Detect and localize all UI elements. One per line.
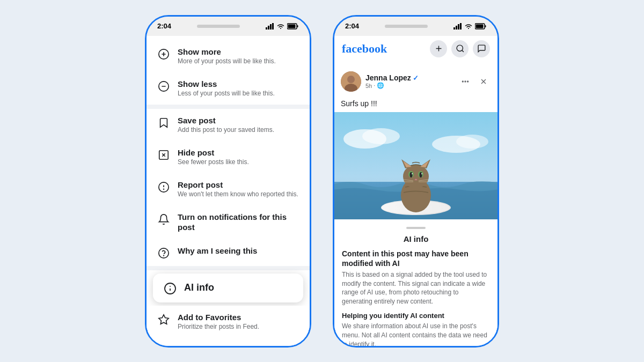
x-square-icon <box>157 149 170 161</box>
svg-rect-34 <box>453 27 455 29</box>
menu-list: Show more More of your posts will be lik… <box>147 36 310 346</box>
svg-rect-1 <box>268 26 269 29</box>
menu-section-2: Save post Add this post to your saved it… <box>147 109 310 270</box>
menu-item-add-favorites[interactable]: Add to Favorites Prioritize their posts … <box>147 306 310 338</box>
menu-section-1: Show more More of your posts will be lik… <box>147 40 310 109</box>
menu-item-show-more[interactable]: Show more More of your posts will be lik… <box>147 40 310 72</box>
plus-button[interactable] <box>430 40 447 57</box>
wifi-icon <box>276 23 285 29</box>
save-post-text: Save post Add this post to your saved it… <box>178 115 299 135</box>
show-less-subtitle: Less of your posts will be like this. <box>178 90 299 98</box>
status-bar-left: 2:04 <box>147 17 310 36</box>
menu-item-report-post[interactable]: Report post We won't let them know who r… <box>147 173 310 205</box>
notch-right <box>385 25 428 28</box>
alert-circle-icon <box>157 181 170 194</box>
menu-item-notifications[interactable]: Turn on notifications for this post <box>147 205 310 239</box>
fb-content: facebook <box>334 36 497 346</box>
post-image <box>334 112 497 219</box>
hide-post-subtitle: See fewer posts like this. <box>178 158 299 167</box>
ai-info-title: AI info <box>184 282 292 294</box>
svg-rect-36 <box>458 24 459 29</box>
svg-point-72 <box>421 173 422 174</box>
svg-point-70 <box>420 172 422 178</box>
svg-point-62 <box>403 165 429 188</box>
notch <box>197 25 240 28</box>
close-button[interactable] <box>476 74 491 89</box>
time-left: 2:04 <box>157 22 171 30</box>
bookmark-icon <box>157 116 170 129</box>
messenger-button[interactable] <box>473 40 490 57</box>
more-options-button[interactable] <box>458 74 473 89</box>
post-actions <box>458 74 491 89</box>
notifications-text: Turn on notifications for this post <box>178 212 299 233</box>
battery-icon-right <box>475 23 487 29</box>
report-post-subtitle: We won't let them know who reported this… <box>178 190 299 199</box>
post-header: Jenna Lopez ✓ 5h · 🌐 <box>334 66 497 97</box>
why-seeing-title: Why am I seeing this <box>178 246 299 256</box>
bell-icon <box>157 213 170 226</box>
plus-circle-icon <box>157 48 170 61</box>
svg-rect-2 <box>270 24 272 29</box>
right-phone: 2:04 facebook <box>333 15 499 348</box>
avatar <box>341 71 361 92</box>
verified-badge: ✓ <box>413 74 419 82</box>
search-button[interactable] <box>451 40 469 57</box>
battery-icon <box>287 23 299 29</box>
svg-point-17 <box>164 189 164 189</box>
menu-item-hide-post[interactable]: Hide post See fewer posts like this. <box>147 141 310 173</box>
svg-point-18 <box>159 248 169 258</box>
svg-rect-39 <box>485 25 486 27</box>
svg-point-43 <box>457 45 463 51</box>
snooze-title: Snooze for 30 days <box>178 344 299 345</box>
show-more-subtitle: More of your posts will be like this. <box>178 57 299 66</box>
post-text: Surfs up !!! <box>334 97 497 112</box>
post-user-info: Jenna Lopez ✓ 5h · 🌐 <box>365 73 453 89</box>
menu-item-save-post[interactable]: Save post Add this post to your saved it… <box>147 109 310 141</box>
show-more-title: Show more <box>178 47 299 57</box>
svg-rect-40 <box>476 24 484 28</box>
fb-header: facebook <box>334 36 497 62</box>
svg-rect-37 <box>460 23 462 29</box>
ai-content-title: Content in this post may have been modif… <box>342 249 490 268</box>
notifications-title: Turn on notifications for this post <box>178 212 299 233</box>
add-favorites-title: Add to Favorites <box>178 312 299 323</box>
menu-content: Show more More of your posts will be lik… <box>147 36 310 346</box>
fb-header-icons <box>430 40 490 57</box>
ai-info-panel: AI info Content in this post may have be… <box>334 219 497 346</box>
help-circle-icon <box>157 247 170 260</box>
show-less-title: Show less <box>178 79 299 90</box>
snooze-text: Snooze for 30 days Temporarily stop seei… <box>178 344 299 345</box>
post-meta: 5h · 🌐 <box>365 82 453 89</box>
wifi-icon-right <box>464 23 473 29</box>
show-less-text: Show less Less of your posts will be lik… <box>178 79 299 98</box>
ai-info-item[interactable]: AI info <box>153 274 303 302</box>
report-post-text: Report post We won't let them know who r… <box>178 180 299 199</box>
svg-rect-5 <box>297 25 298 27</box>
svg-point-71 <box>412 173 413 174</box>
menu-item-why-seeing[interactable]: Why am I seeing this <box>147 239 310 266</box>
signal-icon-right <box>453 23 462 29</box>
post-card: Jenna Lopez ✓ 5h · 🌐 <box>334 66 497 346</box>
svg-point-55 <box>362 128 400 144</box>
svg-point-50 <box>467 81 469 82</box>
status-icons-left <box>266 23 299 29</box>
menu-item-snooze[interactable]: Snooze for 30 days Temporarily stop seei… <box>147 338 310 345</box>
svg-marker-23 <box>159 315 169 324</box>
svg-point-22 <box>170 286 171 286</box>
ai-info-panel-title: AI info <box>342 234 490 243</box>
svg-rect-35 <box>456 26 457 29</box>
ai-content-body: This is based on a signal added by the t… <box>342 270 490 306</box>
facebook-logo: facebook <box>342 42 387 56</box>
svg-point-69 <box>410 172 413 178</box>
signal-icon <box>266 23 274 29</box>
ai-info-text: AI info <box>184 282 292 294</box>
menu-item-show-less[interactable]: Show less Less of your posts will be lik… <box>147 72 310 105</box>
svg-point-48 <box>462 81 463 82</box>
svg-point-19 <box>164 255 164 256</box>
drag-handle <box>406 227 426 229</box>
hide-post-title: Hide post <box>178 147 299 158</box>
svg-point-46 <box>347 76 355 83</box>
svg-rect-0 <box>266 27 267 29</box>
report-post-title: Report post <box>178 180 299 190</box>
svg-rect-3 <box>272 23 274 29</box>
